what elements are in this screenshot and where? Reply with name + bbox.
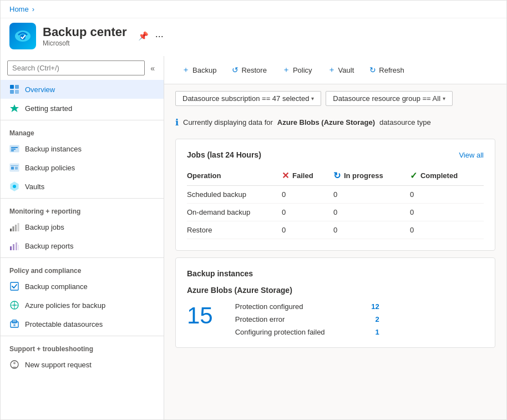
- instance-value[interactable]: 2: [375, 315, 379, 323]
- svg-rect-8: [11, 149, 16, 150]
- toolbar: ＋ Backup ↺ Restore ＋ Policy ＋ Vault ↻: [164, 56, 506, 84]
- app-subtitle: Microsoft: [43, 39, 127, 47]
- sidebar: « Overview: [1, 56, 164, 419]
- manage-section-header: Manage: [1, 123, 164, 139]
- new-support-icon: [9, 360, 19, 370]
- protectable-datasources-icon: [9, 319, 19, 329]
- job-failed: 0: [282, 221, 333, 239]
- table-row: Scheduled backup 0 0 0: [187, 186, 484, 204]
- instances-card: Backup instances Azure Blobs (Azure Stor…: [175, 257, 495, 348]
- sidebar-item-getting-started[interactable]: Getting started: [1, 99, 164, 118]
- pin-icon[interactable]: 📌: [138, 31, 149, 41]
- list-item: Protection error 2: [235, 315, 379, 323]
- svg-rect-12: [11, 167, 14, 170]
- sidebar-item-backup-policies-label: Backup policies: [25, 164, 75, 172]
- job-operation: On-demand backup: [187, 204, 282, 221]
- jobs-table: Operation ✕ Failed: [187, 167, 484, 239]
- instances-card-title: Backup instances: [187, 269, 484, 278]
- resource-group-filter-label: Datasource resource group == All: [333, 94, 440, 103]
- sidebar-item-vaults[interactable]: Vaults: [1, 177, 164, 196]
- svg-rect-21: [16, 242, 17, 250]
- svg-rect-5: [15, 90, 19, 94]
- svg-rect-7: [11, 147, 18, 148]
- subscription-filter[interactable]: Datasource subscription == 47 selected ▾: [175, 91, 321, 106]
- svg-rect-18: [18, 223, 19, 231]
- instance-value[interactable]: 12: [371, 302, 379, 311]
- info-text-suffix: datasource type: [379, 118, 431, 126]
- job-in-progress: 0: [333, 221, 410, 239]
- sidebar-item-overview[interactable]: Overview: [1, 80, 164, 99]
- svg-rect-11: [11, 165, 18, 166]
- svg-rect-9: [11, 150, 14, 151]
- vault-icon: ＋: [328, 65, 336, 75]
- policy-icon: ＋: [282, 65, 290, 75]
- svg-rect-2: [10, 85, 14, 89]
- sidebar-item-azure-policies[interactable]: Azure policies for backup: [1, 296, 164, 315]
- more-options-icon[interactable]: ···: [155, 31, 164, 42]
- svg-point-29: [13, 324, 16, 326]
- backup-button[interactable]: ＋ Backup: [175, 62, 223, 78]
- sidebar-item-new-support-label: New support request: [25, 361, 92, 369]
- failed-icon: ✕: [282, 170, 289, 181]
- sidebar-item-vaults-label: Vaults: [25, 183, 44, 191]
- job-in-progress: 0: [333, 186, 410, 204]
- svg-rect-19: [10, 246, 12, 250]
- sidebar-item-backup-reports-label: Backup reports: [25, 242, 73, 250]
- breadcrumb-home[interactable]: Home: [9, 5, 29, 13]
- backup-compliance-icon: [9, 281, 19, 291]
- svg-rect-15: [10, 229, 12, 231]
- restore-button[interactable]: ↺ Restore: [225, 62, 273, 78]
- col-failed: ✕ Failed: [282, 167, 333, 186]
- app-title: Backup center: [43, 25, 127, 39]
- resource-group-filter-chevron: ▾: [443, 95, 445, 102]
- list-item: Configuring protection failed 1: [235, 328, 379, 336]
- info-text-prefix: Currently displaying data for: [183, 118, 273, 126]
- job-operation: Restore: [187, 221, 282, 239]
- job-completed: 0: [410, 186, 484, 204]
- restore-icon: ↺: [232, 65, 239, 74]
- svg-rect-20: [13, 244, 14, 250]
- svg-rect-22: [18, 245, 19, 250]
- sidebar-item-new-support[interactable]: New support request: [1, 355, 164, 374]
- sidebar-item-protectable-datasources[interactable]: Protectable datasources: [1, 315, 164, 333]
- table-row: On-demand backup 0 0 0: [187, 204, 484, 221]
- sidebar-item-backup-compliance-label: Backup compliance: [25, 282, 88, 291]
- sidebar-item-backup-jobs-label: Backup jobs: [25, 223, 64, 231]
- sidebar-item-backup-reports[interactable]: Backup reports: [1, 236, 164, 255]
- view-all-link[interactable]: View all: [459, 151, 484, 159]
- sidebar-item-overview-label: Overview: [25, 85, 55, 94]
- breadcrumb-separator: ›: [32, 5, 34, 13]
- sidebar-item-backup-policies[interactable]: Backup policies: [1, 158, 164, 177]
- cards-container: Jobs (last 24 Hours) View all Operation: [164, 132, 506, 355]
- instances-details: Protection configured 12 Protection erro…: [235, 302, 379, 336]
- job-in-progress: 0: [333, 204, 410, 221]
- resource-group-filter[interactable]: Datasource resource group == All ▾: [326, 91, 453, 106]
- sidebar-item-backup-compliance[interactable]: Backup compliance: [1, 277, 164, 296]
- azure-policies-icon: [9, 300, 19, 310]
- policy-button[interactable]: ＋ Policy: [276, 62, 319, 78]
- vault-button[interactable]: ＋ Vault: [321, 62, 361, 78]
- info-bar: ℹ Currently displaying data for Azure Bl…: [164, 113, 506, 132]
- svg-point-14: [13, 185, 16, 188]
- sidebar-item-protectable-datasources-label: Protectable datasources: [25, 320, 103, 328]
- sidebar-item-backup-instances[interactable]: Backup instances: [1, 139, 164, 158]
- sidebar-collapse-btn[interactable]: «: [148, 62, 157, 75]
- app-icon: [9, 23, 36, 49]
- getting-started-icon: [9, 103, 19, 113]
- refresh-icon: ↻: [369, 65, 376, 74]
- backup-jobs-icon: [9, 222, 19, 232]
- subscription-filter-label: Datasource subscription == 47 selected: [182, 94, 309, 103]
- in-progress-icon: ↻: [333, 170, 341, 181]
- refresh-button[interactable]: ↻ Refresh: [363, 62, 411, 78]
- info-datasource-type: Azure Blobs (Azure Storage): [277, 118, 375, 126]
- search-input[interactable]: [7, 60, 145, 75]
- subscription-filter-chevron: ▾: [311, 95, 314, 102]
- backup-icon: ＋: [182, 65, 190, 75]
- job-failed: 0: [282, 186, 333, 204]
- job-failed: 0: [282, 204, 333, 221]
- table-row: Restore 0 0 0: [187, 221, 484, 239]
- sidebar-item-azure-policies-label: Azure policies for backup: [25, 301, 105, 310]
- backup-reports-icon: [9, 241, 19, 251]
- instance-value[interactable]: 1: [375, 328, 379, 336]
- sidebar-item-backup-jobs[interactable]: Backup jobs: [1, 217, 164, 236]
